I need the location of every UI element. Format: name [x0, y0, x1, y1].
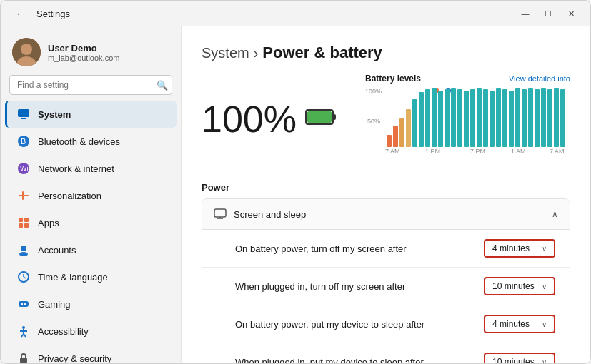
content-area: User Demo m_lab@outlook.com 🔍 System B	[1, 26, 590, 363]
svg-point-1	[21, 44, 32, 55]
svg-rect-52	[483, 89, 488, 147]
svg-rect-50	[470, 89, 475, 147]
user-info: User Demo m_lab@outlook.com	[48, 43, 119, 62]
sidebar-item-network[interactable]: Wi Network & internet	[5, 155, 177, 182]
sidebar-item-time[interactable]: Time & language	[5, 263, 177, 290]
sidebar-item-bluetooth[interactable]: B Bluetooth & devices	[5, 128, 177, 155]
chart-title: Battery levels	[365, 74, 421, 84]
user-email: m_lab@outlook.com	[48, 54, 119, 62]
row-2-label: On battery power, put my device to sleep…	[235, 319, 424, 330]
svg-rect-13	[19, 223, 23, 228]
sidebar-label-apps: Apps	[38, 218, 59, 228]
sidebar-item-accessibility[interactable]: Accessibility	[5, 318, 177, 345]
card-row-1: When plugged in, turn off my screen afte…	[202, 268, 570, 305]
battery-percent: 100%	[202, 98, 337, 141]
sidebar: User Demo m_lab@outlook.com 🔍 System B	[1, 26, 182, 363]
svg-rect-64	[560, 89, 565, 147]
row-3-dropdown[interactable]: 10 minutes ∨	[484, 353, 555, 363]
sidebar-label-bluetooth: Bluetooth & devices	[38, 136, 120, 147]
user-profile[interactable]: User Demo m_lab@outlook.com	[1, 32, 181, 75]
sidebar-label-network: Network & internet	[38, 163, 114, 174]
row-3-label: When plugged in, put my device to sleep …	[235, 357, 424, 364]
titlebar-left: ← Settings	[9, 6, 70, 21]
svg-rect-44	[432, 88, 437, 147]
row-0-dropdown[interactable]: 4 minutes ∨	[484, 239, 555, 258]
screen-sleep-label: Screen and sleep	[234, 209, 306, 220]
row-2-value: 4 minutes	[492, 319, 530, 329]
battery-percent-value: 100%	[202, 98, 297, 141]
svg-rect-63	[554, 88, 559, 147]
time-icon	[16, 270, 31, 284]
battery-row: 100% Battery levels View detailed info	[202, 74, 570, 165]
svg-rect-43	[425, 89, 430, 147]
gaming-icon	[16, 297, 31, 311]
svg-rect-28	[20, 358, 27, 363]
row-3-value: 10 minutes	[492, 357, 535, 363]
personalization-icon	[16, 188, 31, 203]
battery-chart-area: Battery levels View detailed info 100% 5…	[365, 74, 570, 165]
svg-rect-41	[412, 99, 417, 147]
screen-sleep-header[interactable]: Screen and sleep ∧	[202, 199, 570, 230]
svg-text:7 PM: 7 PM	[470, 148, 485, 154]
view-details-link[interactable]: View detailed info	[509, 74, 570, 83]
apps-icon	[16, 216, 31, 230]
sidebar-label-accessibility: Accessibility	[38, 326, 89, 337]
sidebar-item-apps[interactable]: Apps	[5, 209, 177, 236]
svg-rect-57	[515, 88, 520, 147]
svg-rect-51	[477, 88, 482, 147]
row-2-dropdown[interactable]: 4 minutes ∨	[484, 315, 555, 333]
sidebar-item-system[interactable]: System	[5, 101, 177, 128]
chart-header: Battery levels View detailed info	[365, 74, 570, 84]
svg-rect-39	[399, 118, 404, 147]
monitor-icon	[214, 208, 227, 221]
svg-text:7 AM: 7 AM	[385, 148, 400, 154]
sidebar-label-privacy: Privacy & security	[38, 353, 111, 364]
svg-rect-12	[24, 218, 29, 222]
svg-rect-61	[541, 88, 546, 147]
svg-line-19	[24, 277, 26, 278]
sidebar-item-privacy[interactable]: Privacy & security	[5, 345, 177, 363]
back-button[interactable]: ←	[9, 6, 31, 21]
svg-text:Wi: Wi	[20, 165, 29, 173]
bluetooth-icon: B	[16, 134, 31, 148]
svg-rect-10	[22, 191, 24, 200]
titlebar: ← Settings — ☐ ✕	[1, 1, 590, 26]
row-1-label: When plugged in, turn off my screen afte…	[235, 281, 405, 292]
chevron-down-icon-3: ∨	[542, 358, 547, 364]
row-0-label: On battery power, turn off my screen aft…	[235, 243, 407, 254]
minimize-button[interactable]: —	[515, 6, 536, 21]
chevron-down-icon-1: ∨	[542, 283, 547, 290]
svg-rect-42	[419, 92, 424, 147]
chart-container: 100% 50%	[365, 86, 565, 165]
user-name: User Demo	[48, 43, 119, 54]
close-button[interactable]: ✕	[560, 6, 582, 21]
svg-rect-45	[438, 91, 443, 147]
sidebar-item-gaming[interactable]: Gaming	[5, 290, 177, 318]
svg-point-23	[22, 326, 25, 329]
breadcrumb-separator: ›	[254, 45, 259, 61]
settings-card: Screen and sleep ∧ On battery power, tur…	[202, 198, 570, 363]
svg-rect-54	[496, 88, 501, 147]
svg-line-27	[24, 334, 26, 337]
svg-rect-48	[457, 89, 462, 147]
card-row-3: When plugged in, put my device to sleep …	[202, 343, 570, 363]
maximize-button[interactable]: ☐	[537, 6, 559, 21]
svg-rect-55	[502, 89, 507, 147]
svg-rect-14	[24, 223, 29, 228]
sidebar-item-personalization[interactable]: Personalization	[5, 182, 177, 209]
svg-rect-38	[393, 126, 398, 147]
avatar	[12, 38, 41, 66]
svg-rect-22	[24, 303, 26, 305]
sidebar-item-accounts[interactable]: Accounts	[5, 236, 177, 263]
row-1-value: 10 minutes	[492, 281, 535, 291]
breadcrumb-system[interactable]: System	[202, 45, 249, 61]
svg-rect-58	[522, 89, 527, 147]
sidebar-label-personalization: Personalization	[38, 191, 101, 201]
search-input[interactable]	[9, 75, 172, 95]
accessibility-icon	[16, 324, 31, 338]
svg-rect-30	[333, 114, 336, 120]
svg-rect-49	[464, 91, 469, 147]
row-1-dropdown[interactable]: 10 minutes ∨	[484, 277, 555, 295]
chevron-up-icon: ∧	[552, 209, 558, 219]
search-icon[interactable]: 🔍	[157, 80, 168, 91]
